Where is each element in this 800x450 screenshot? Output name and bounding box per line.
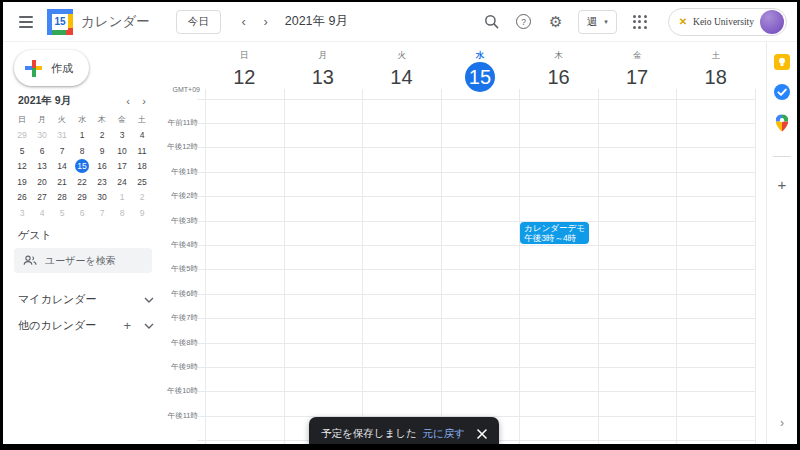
logo-day-number: 15	[52, 14, 68, 30]
view-selector-value: 週	[587, 15, 598, 29]
mini-calendar-day[interactable]: 24	[112, 174, 132, 190]
mini-calendar-day[interactable]: 29	[72, 190, 92, 206]
top-bar: 15 カレンダー 今日 ‹ › 2021年 9月 ? ⚙ 週 ▾ ✕ Keio …	[3, 2, 797, 42]
account-chip[interactable]: ✕ Keio University	[668, 8, 787, 36]
get-addons-button[interactable]: +	[778, 176, 787, 193]
mini-calendar-day[interactable]: 18	[132, 159, 152, 175]
mini-calendar-day[interactable]: 15	[72, 159, 92, 175]
mini-calendar-weekday: 金	[112, 112, 132, 128]
mini-calendar-day[interactable]: 14	[52, 159, 72, 175]
mini-calendar-day[interactable]: 7	[92, 205, 112, 221]
mini-calendar-day[interactable]: 1	[112, 190, 132, 206]
week-day-header[interactable]: 日12	[205, 42, 284, 94]
other-calendars-section[interactable]: 他のカレンダー +	[18, 318, 154, 333]
mini-calendar-day[interactable]: 31	[52, 128, 72, 144]
mini-calendar-day[interactable]: 23	[92, 174, 112, 190]
my-calendars-section[interactable]: マイカレンダー	[18, 292, 154, 307]
event-chip[interactable]: カレンダーデモ 午後3時～4時	[520, 222, 589, 244]
tasks-button[interactable]	[774, 84, 790, 103]
create-button[interactable]: 作成	[14, 50, 89, 86]
mini-calendar-day[interactable]: 27	[32, 190, 52, 206]
previous-week-button[interactable]: ‹	[233, 11, 255, 33]
maps-button[interactable]	[776, 114, 789, 135]
rail-divider	[773, 156, 791, 157]
mini-calendar-day[interactable]: 8	[112, 205, 132, 221]
time-grid[interactable]: カレンダーデモ 午後3時～4時 午前11時午後12時午後1時午後2時午後3時午後…	[167, 96, 766, 444]
time-label: 午後5時	[167, 265, 198, 273]
mini-calendar-header: 2021年 9月 ‹ ›	[18, 94, 152, 108]
week-day-header[interactable]: 木16	[519, 42, 598, 94]
mini-calendar-day[interactable]: 8	[72, 143, 92, 159]
week-day-header[interactable]: 月13	[284, 42, 363, 94]
chevron-left-icon: ‹	[242, 14, 246, 29]
mini-calendar-day[interactable]: 9	[92, 143, 112, 159]
mini-calendar-day[interactable]: 3	[112, 128, 132, 144]
week-day-header[interactable]: 土18	[676, 42, 755, 94]
mini-calendar-day[interactable]: 12	[12, 159, 32, 175]
time-label: 午後9時	[167, 363, 198, 371]
mini-calendar-day[interactable]: 30	[92, 190, 112, 206]
hour-line	[197, 269, 755, 270]
maps-icon	[776, 114, 789, 132]
today-button[interactable]: 今日	[176, 10, 221, 34]
settings-button[interactable]: ⚙	[543, 9, 569, 35]
mini-calendar-day[interactable]: 19	[12, 174, 32, 190]
mini-calendar-day[interactable]: 28	[52, 190, 72, 206]
mini-calendar-day[interactable]: 2	[132, 190, 152, 206]
time-label: 午後12時	[167, 143, 198, 151]
hour-line	[197, 147, 755, 148]
mini-calendar-day[interactable]: 6	[32, 143, 52, 159]
mini-calendar-next-button[interactable]: ›	[136, 95, 152, 107]
avatar[interactable]	[760, 10, 784, 34]
apps-grid-icon	[633, 15, 647, 29]
mini-calendar-day[interactable]: 16	[92, 159, 112, 175]
mini-calendar-day[interactable]: 5	[12, 143, 32, 159]
mini-calendar-day[interactable]: 29	[12, 128, 32, 144]
add-calendar-button[interactable]: +	[123, 318, 131, 333]
day-number: 18	[701, 62, 731, 92]
mini-calendar-day[interactable]: 4	[132, 128, 152, 144]
mini-calendar-day[interactable]: 1	[72, 128, 92, 144]
main-menu-button[interactable]	[15, 16, 37, 28]
mini-calendar-day[interactable]: 13	[32, 159, 52, 175]
mini-calendar-day[interactable]: 25	[132, 174, 152, 190]
mini-calendar-day[interactable]: 21	[52, 174, 72, 190]
mini-calendar-day[interactable]: 6	[72, 205, 92, 221]
google-apps-button[interactable]	[627, 9, 653, 35]
mini-calendar-day[interactable]: 5	[52, 205, 72, 221]
mini-calendar-day[interactable]: 11	[132, 143, 152, 159]
chevron-down-icon	[144, 323, 154, 329]
week-day-header[interactable]: 水15	[441, 42, 520, 94]
mini-calendar-day[interactable]: 4	[32, 205, 52, 221]
mini-calendar-day[interactable]: 22	[72, 174, 92, 190]
mini-calendar-prev-button[interactable]: ‹	[120, 95, 136, 107]
day-number: 12	[229, 62, 259, 92]
mini-calendar-weekday: 土	[132, 112, 152, 128]
undo-button[interactable]: 元に戻す	[423, 427, 466, 441]
mini-calendar-day[interactable]: 17	[112, 159, 132, 175]
hide-side-panel-button[interactable]: ›	[780, 416, 784, 430]
mini-calendar-day[interactable]: 2	[92, 128, 112, 144]
day-name: 火	[362, 42, 441, 61]
hour-line	[197, 318, 755, 319]
view-selector-dropdown[interactable]: 週 ▾	[578, 10, 617, 34]
plus-icon: +	[778, 176, 787, 193]
week-day-header[interactable]: 金17	[598, 42, 677, 94]
mini-calendar-day[interactable]: 9	[132, 205, 152, 221]
keep-button[interactable]	[774, 54, 790, 73]
toast-close-button[interactable]	[477, 429, 487, 439]
help-button[interactable]: ?	[511, 9, 537, 35]
week-day-header[interactable]: 火14	[362, 42, 441, 94]
mini-calendar-day[interactable]: 3	[12, 205, 32, 221]
search-button[interactable]	[479, 9, 505, 35]
mini-calendar-day[interactable]: 20	[32, 174, 52, 190]
mini-calendar-day[interactable]: 10	[112, 143, 132, 159]
day-name: 木	[519, 42, 598, 61]
search-users-input[interactable]: ユーザーを検索	[14, 248, 152, 273]
mini-calendar-day[interactable]: 26	[12, 190, 32, 206]
mini-calendar-day[interactable]: 30	[32, 128, 52, 144]
hour-line	[197, 245, 755, 246]
hour-line	[197, 99, 755, 100]
next-week-button[interactable]: ›	[255, 11, 277, 33]
mini-calendar-day[interactable]: 7	[52, 143, 72, 159]
